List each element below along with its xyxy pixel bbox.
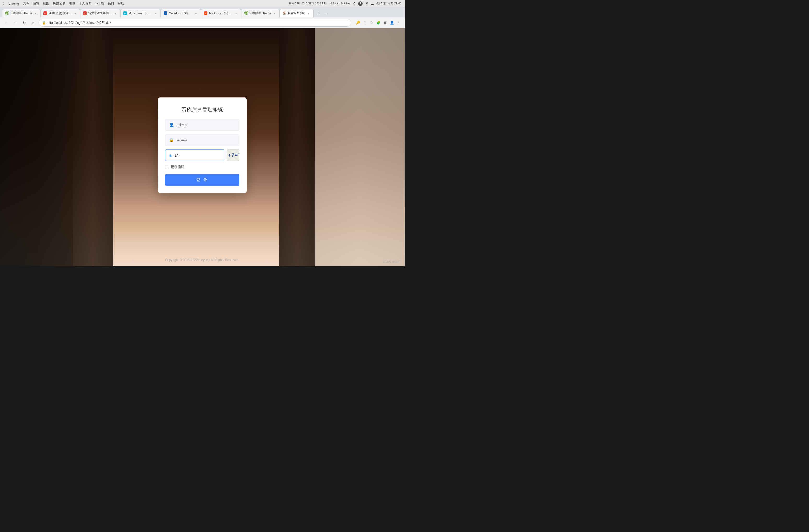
captcha-icon: ◉ <box>169 153 172 157</box>
remember-row: 记住密码 <box>165 165 239 169</box>
tab-list-button[interactable]: ⌄ <box>323 10 330 17</box>
app-name: Chrome <box>8 2 19 5</box>
tab-6-favicon: M <box>204 12 207 15</box>
menu-help[interactable]: 帮助 <box>118 1 124 6</box>
tab-8[interactable]: 🏠 若依管理系统 ✕ <box>280 9 313 17</box>
extension-icon[interactable]: 🧩 <box>376 20 381 25</box>
password-input[interactable] <box>177 138 236 142</box>
csdn-text: CSDN @陈庄 <box>383 260 400 263</box>
titlebar-menus: 文件 编辑 视图 历史记录 书签 个人资料 Tab 键 窗口 帮助 <box>23 1 124 6</box>
tab-3-close[interactable]: ✕ <box>114 11 118 15</box>
profile-icon: P <box>358 1 363 6</box>
tab-7-close[interactable]: ✕ <box>273 11 277 15</box>
menu-view[interactable]: 视图 <box>43 1 49 6</box>
tab-1-label: 环境部署 | RuoYi <box>10 11 32 15</box>
tab-7[interactable]: 🌿 环境部署 | RuoYi ✕ <box>241 9 280 17</box>
tab-bar: 🌿 环境部署 | RuoYi ✕ C (43条消息) 赞和… ✕ C 写文章-C… <box>0 7 404 17</box>
tab-8-close[interactable]: ✕ <box>307 11 311 15</box>
tab-6-label: Markdown代码块… <box>209 11 233 15</box>
forward-button[interactable]: → <box>12 19 19 26</box>
tab-8-label: 若依管理系统 <box>288 11 305 15</box>
lock-icon: 🔒 <box>42 21 46 24</box>
browser-frame: 🌿 环境部署 | RuoYi ✕ C (43条消息) 赞和… ✕ C 写文章-C… <box>0 7 404 266</box>
tab-2-label: (43条消息) 赞和… <box>49 11 72 15</box>
captcha-row: ◉ 7+7=? <box>165 150 239 161</box>
tab-3-label: 写文章-CSDN博… <box>88 11 112 15</box>
tab-6[interactable]: M Markdown代码块… ✕ <box>201 9 241 17</box>
tab-1[interactable]: 🌿 环境部署 | RuoYi ✕ <box>2 9 40 17</box>
more-options[interactable]: ⋮ <box>396 20 401 25</box>
key-icon[interactable]: 🔑 <box>355 20 361 25</box>
footer: Copyright © 2018-2022 ruoyi.vip All Righ… <box>0 258 404 262</box>
tab-4-close[interactable]: ✕ <box>154 11 158 15</box>
titlebar-left:  Chrome 文件 编辑 视图 历史记录 书签 个人资料 Tab 键 窗口 … <box>3 1 124 6</box>
star-icon[interactable]: ☆ <box>369 20 374 25</box>
address-bar: ← → ↻ ⌂ 🔒 http://localhost:1024/login?re… <box>0 17 404 28</box>
tab-4[interactable]: M Markdown | 让排… ✕ <box>120 9 161 17</box>
tab-1-favicon: 🌿 <box>5 12 8 15</box>
tab-7-favicon: 🌿 <box>244 12 248 15</box>
tab-3-favicon: C <box>83 12 87 15</box>
url-text: http://localhost:1024/login?redirect=%2F… <box>48 21 348 24</box>
tab-5-favicon: B <box>163 12 167 15</box>
tab-5-close[interactable]: ✕ <box>194 11 198 15</box>
password-field: 🔒 <box>165 134 239 146</box>
datetime: 4月21日 周四 21:40 <box>376 2 401 5</box>
login-title: 若依后台管理系统 <box>165 106 239 113</box>
menu-file[interactable]: 文件 <box>23 1 29 6</box>
cpu-stat: 16% CPU <box>289 2 300 5</box>
bg-panel-left <box>73 28 114 266</box>
tab-5-label: Markdown代码块… <box>169 11 192 15</box>
tab-6-close[interactable]: ✕ <box>234 11 238 15</box>
sidebar-icon[interactable]: ▣ <box>382 20 388 25</box>
captcha-math-text: 7+7=? <box>227 152 239 158</box>
menu-tab[interactable]: Tab 键 <box>95 1 104 6</box>
tab-2[interactable]: C (43条消息) 赞和… ✕ <box>40 9 81 17</box>
bg-panel-right <box>279 28 315 266</box>
tab-1-close[interactable]: ✕ <box>33 11 38 15</box>
login-modal-wrapper: 若依后台管理系统 👤 🔒 ◉ <box>158 98 247 193</box>
apple-icon:  <box>3 2 4 5</box>
system-stats: 16% CPU 47°C SEN 2822 RPM ↑3.6 K/s ↓24.6… <box>289 2 350 5</box>
tab-7-label: 环境部署 | RuoYi <box>249 11 271 15</box>
login-button[interactable]: 登 录 <box>165 174 239 186</box>
tab-2-favicon: C <box>44 12 47 15</box>
tab-3[interactable]: C 写文章-CSDN博… ✕ <box>80 9 120 17</box>
menu-profile[interactable]: 个人资料 <box>79 1 91 6</box>
remember-checkbox[interactable] <box>165 165 169 169</box>
titlebar-right: 16% CPU 47°C SEN 2822 RPM ↑3.6 K/s ↓24.6… <box>289 1 402 6</box>
content-area: 若依后台管理系统 👤 🔒 ◉ <box>0 28 404 266</box>
captcha-field: ◉ <box>165 150 224 161</box>
profile-btn[interactable]: 👤 <box>389 20 395 25</box>
address-input[interactable]: 🔒 http://localhost:1024/login?redirect=%… <box>39 19 351 27</box>
menu-bookmarks[interactable]: 书签 <box>69 1 75 6</box>
tab-5[interactable]: B Markdown代码块… ✕ <box>161 9 201 17</box>
share-icon[interactable]: ⇧ <box>362 20 367 25</box>
browser-actions: 🔑 ⇧ ☆ 🧩 ▣ 👤 ⋮ <box>355 20 401 25</box>
bg-dark-right <box>315 28 404 266</box>
csdn-watermark: CSDN @陈庄 <box>383 260 400 264</box>
tab-4-label: Markdown | 让排… <box>128 11 152 15</box>
rpm-stat: 2822 RPM <box>315 2 327 5</box>
menu-window[interactable]: 窗口 <box>108 1 114 6</box>
refresh-button[interactable]: ↻ <box>21 19 28 26</box>
user-icon: 👤 <box>169 123 174 127</box>
new-tab-button[interactable]: + <box>315 10 322 17</box>
captcha-input[interactable] <box>175 153 220 157</box>
temp-stat: 47°C SEN <box>302 2 313 5</box>
menu-edit[interactable]: 编辑 <box>33 1 39 6</box>
back-button[interactable]: ← <box>3 19 10 26</box>
menu-history[interactable]: 历史记录 <box>53 1 65 6</box>
titlebar:  Chrome 文件 编辑 视图 历史记录 书签 个人资料 Tab 键 窗口 … <box>0 0 404 7</box>
remember-label: 记住密码 <box>171 165 185 169</box>
tab-4-favicon: M <box>123 12 127 15</box>
captcha-image[interactable]: 7+7=? <box>227 150 239 161</box>
net-stat: ↑3.6 K/s ↓24.6 K/s <box>329 2 350 5</box>
home-button[interactable]: ⌂ <box>30 19 37 26</box>
username-input[interactable] <box>177 123 236 127</box>
tab-2-close[interactable]: ✕ <box>73 11 78 15</box>
username-field: 👤 <box>165 119 239 131</box>
nav-left-icon: ❮ <box>353 2 355 5</box>
bg-dark-left <box>0 28 73 266</box>
wifi-icon: ⌘ <box>365 2 368 5</box>
